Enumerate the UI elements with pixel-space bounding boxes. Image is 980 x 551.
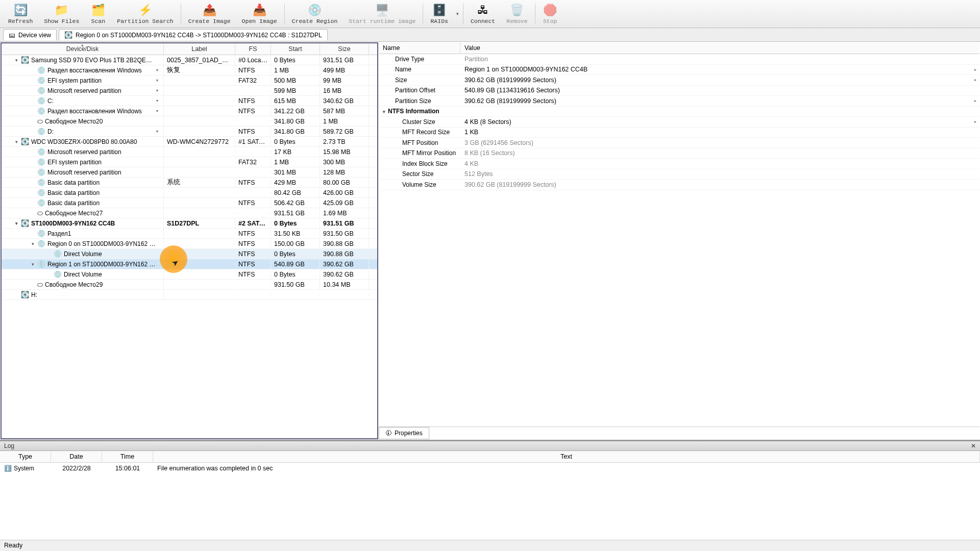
- col-size[interactable]: Size: [320, 43, 369, 55]
- device-row[interactable]: ▾💽Samsung SSD 970 EVO Plus 1TB 2B2QE…002…: [2, 55, 377, 65]
- connect-button[interactable]: 🖧Connect: [465, 2, 500, 26]
- show-files-button[interactable]: 📁Show Files: [39, 2, 84, 26]
- refresh-button[interactable]: 🔄Refresh: [3, 2, 38, 26]
- col-log-text[interactable]: Text: [153, 451, 980, 462]
- device-row[interactable]: ⬭Свободное Место27931.51 GB1.69 MB: [2, 208, 377, 218]
- cell-st: 341.22 GB: [271, 107, 320, 116]
- device-row[interactable]: 💿Раздел1NTFS31.50 KB931.50 GB: [2, 229, 377, 239]
- drive-icon: 💿: [37, 260, 45, 268]
- chevron-down-icon[interactable]: ▾: [156, 98, 160, 103]
- property-row[interactable]: MFT Position3 GB (6291456 Sectors): [379, 138, 979, 148]
- device-row[interactable]: 💿EFI system partitionFAT321 MB300 MB: [2, 157, 377, 167]
- chevron-down-icon[interactable]: ▾: [454, 11, 461, 16]
- chevron-right-icon[interactable]: ▸: [974, 119, 979, 124]
- col-device[interactable]: ▴Device/Disk: [2, 43, 164, 55]
- device-tree-header: ▴Device/Disk Label FS Start Size: [2, 43, 377, 55]
- device-row[interactable]: 💽H:: [2, 290, 377, 300]
- open-image-button[interactable]: 📥Open Image: [237, 2, 282, 26]
- device-row[interactable]: 💿Basic data partitionNTFS506.42 GB425.09…: [2, 198, 377, 208]
- scan-button[interactable]: 🗂️Scan: [85, 2, 111, 26]
- chevron-right-icon[interactable]: ▸: [974, 78, 979, 82]
- col-log-date[interactable]: Date: [51, 451, 102, 462]
- expand-icon[interactable]: ▾: [383, 109, 388, 114]
- property-row[interactable]: Size390.62 GB (819199999 Sectors)▸: [379, 75, 979, 86]
- property-row[interactable]: MFT Mirror Position8 KB (16 Sectors): [379, 148, 979, 159]
- device-row[interactable]: 💿Microsoft reserved partition▾599 MB16 M…: [2, 86, 377, 96]
- device-name: Microsoft reserved partition: [47, 169, 121, 176]
- property-value: 1 KB: [460, 128, 979, 137]
- device-row[interactable]: 💿Basic data partition80.42 GB426.00 GB: [2, 188, 377, 198]
- chevron-right-icon[interactable]: ▸: [974, 67, 979, 72]
- expand-icon[interactable]: ▾: [14, 58, 19, 63]
- device-row[interactable]: ⬭Свободное Место29931.50 GB10.34 MB: [2, 280, 377, 290]
- close-icon[interactable]: ✕: [971, 442, 976, 449]
- device-row[interactable]: 💿C:▾NTFS615 MB340.62 GB: [2, 96, 377, 106]
- properties-header: Name Value: [379, 42, 979, 54]
- device-row[interactable]: 💿EFI system partition▾FAT32500 MB99 MB: [2, 76, 377, 86]
- cell-fs: NTFS: [235, 66, 271, 75]
- device-row[interactable]: 💿D:▾NTFS341.80 GB589.72 GB: [2, 127, 377, 137]
- scan-icon: 🗂️: [91, 3, 105, 17]
- device-name: ST1000DM003-9YN162 CC4B: [31, 220, 115, 227]
- property-value: 3 GB (6291456 Sectors): [460, 138, 979, 147]
- property-value: 4 KB: [460, 159, 979, 168]
- create-image-button[interactable]: 📤Create Image: [183, 2, 236, 26]
- device-row[interactable]: 💿Basic data partition系统NTFS429 MB80.00 G…: [2, 178, 377, 188]
- col-log-time[interactable]: Time: [102, 451, 153, 462]
- device-name: Direct Volume: [64, 271, 102, 278]
- property-row[interactable]: Partition Size390.62 GB (819199999 Secto…: [379, 96, 979, 107]
- log-row[interactable]: ℹ️System2022/2/2815:06:01File enumeratio…: [0, 463, 980, 474]
- property-name: Size: [395, 77, 407, 84]
- col-label[interactable]: Label: [164, 43, 235, 55]
- chevron-down-icon[interactable]: ▾: [156, 88, 160, 93]
- device-row[interactable]: 💿Direct VolumeNTFS0 Bytes390.88 GB: [2, 249, 377, 259]
- chevron-down-icon[interactable]: ▾: [156, 129, 160, 134]
- chevron-down-icon[interactable]: ▾: [156, 68, 160, 72]
- property-row[interactable]: NameRegion 1 on ST1000DM003-9YN162 CC4B▸: [379, 65, 979, 76]
- cell-sz: 390.62 GB: [320, 260, 369, 269]
- cell-fs: #0 Local …: [235, 56, 271, 65]
- device-row[interactable]: ▾💿Region 1 on ST1000DM003-9YN162 …NTFS54…: [2, 259, 377, 269]
- col-log-type[interactable]: Type: [0, 451, 51, 462]
- property-row[interactable]: ▾NTFS Information: [379, 107, 979, 117]
- property-row[interactable]: Volume Size390.62 GB (819199999 Sectors): [379, 180, 979, 190]
- device-row[interactable]: ⬭Свободное Место20341.80 GB1 MB: [2, 116, 377, 127]
- expand-icon[interactable]: ▾: [14, 221, 19, 226]
- device-row[interactable]: 💿Раздел восстановления Windows▾恢复NTFS1 M…: [2, 65, 377, 76]
- property-row[interactable]: MFT Record Size1 KB: [379, 128, 979, 138]
- col-prop-name[interactable]: Name: [379, 42, 460, 54]
- create-region-button[interactable]: 💿Create Region: [287, 2, 343, 26]
- property-name: MFT Position: [402, 139, 438, 146]
- chevron-down-icon[interactable]: ▾: [156, 109, 160, 113]
- device-row[interactable]: 💿Microsoft reserved partition301 MB128 M…: [2, 167, 377, 178]
- property-row[interactable]: Cluster Size4 KB (8 Sectors)▸: [379, 117, 979, 128]
- tab-properties[interactable]: 🛈 Properties: [379, 427, 429, 439]
- property-row[interactable]: Drive TypePartition: [379, 54, 979, 65]
- chevron-down-icon[interactable]: ▾: [156, 78, 160, 83]
- tab-region-tab[interactable]: 💽Region 0 on ST1000DM003-9YN162 CC4B -> …: [59, 29, 328, 40]
- toolbar-label: Stop: [543, 18, 557, 24]
- property-row[interactable]: Index Block Size4 KB: [379, 159, 979, 169]
- partition-search-button[interactable]: ⚡Partition Search: [112, 2, 178, 26]
- device-row[interactable]: ▾💽WDC WD30EZRX-00D8PB0 80.00A80WD-WMC4N2…: [2, 137, 377, 147]
- col-start[interactable]: Start: [271, 43, 320, 55]
- device-row[interactable]: ▾💽ST1000DM003-9YN162 CC4BS1D27DPL#2 SATA…: [2, 218, 377, 229]
- col-prop-value[interactable]: Value: [460, 42, 979, 54]
- chevron-right-icon[interactable]: ▸: [974, 98, 979, 103]
- tab-device-view[interactable]: 🖴Device view: [3, 29, 57, 40]
- device-row[interactable]: 💿Microsoft reserved partition17 KB15.98 …: [2, 147, 377, 157]
- device-tree-rows[interactable]: ▾💽Samsung SSD 970 EVO Plus 1TB 2B2QE…002…: [2, 55, 377, 438]
- raids-button[interactable]: 🗄️RAIDs: [425, 2, 453, 26]
- device-row[interactable]: 💿Direct VolumeNTFS0 Bytes390.62 GB: [2, 269, 377, 280]
- cell-lbl: 0025_3857_01AD_258C.: [164, 56, 235, 65]
- cell-st: 0 Bytes: [271, 249, 320, 259]
- property-row[interactable]: Partition Offset540.89 GB (1134319616 Se…: [379, 86, 979, 96]
- expand-icon[interactable]: ▾: [30, 241, 35, 246]
- device-row[interactable]: 💿Раздел восстановления Windows▾NTFS341.2…: [2, 106, 377, 116]
- property-row[interactable]: Sector Size512 Bytes: [379, 169, 979, 180]
- expand-icon[interactable]: ▾: [30, 262, 35, 267]
- cell-lbl: [164, 110, 235, 112]
- device-row[interactable]: ▾💿Region 0 on ST1000DM003-9YN162 …NTFS15…: [2, 239, 377, 249]
- col-fs[interactable]: FS: [235, 43, 271, 55]
- expand-icon[interactable]: ▾: [14, 139, 19, 144]
